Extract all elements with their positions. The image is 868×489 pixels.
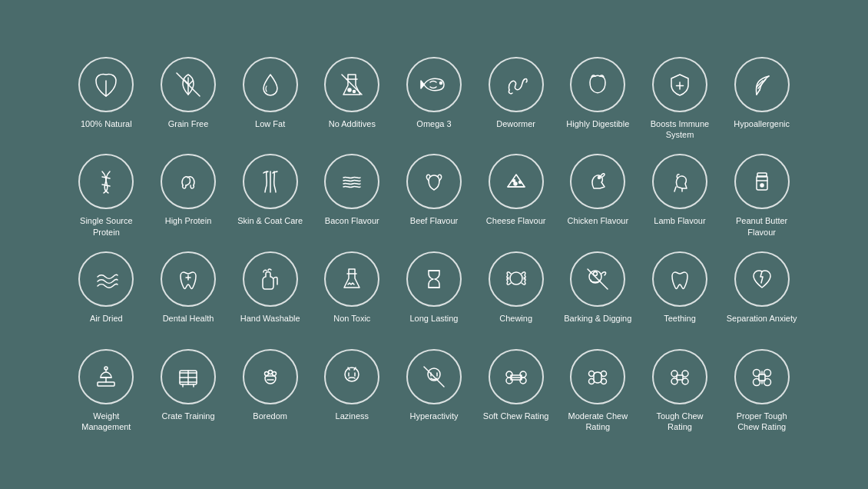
svg-point-64 [671,371,678,377]
item-beef-flavour: Beef Flavour [393,151,475,241]
svg-point-27 [510,272,522,284]
svg-line-12 [102,177,110,178]
item-hyperactivity: Hyperactivity [393,346,475,436]
heart-break-icon [746,263,778,295]
label-hypoallergenic: Hypoallergenic [734,118,790,129]
bone-tough-icon [664,361,696,393]
circle-separation-anxiety [734,251,790,307]
beef-icon [418,165,450,198]
item-weight-management: Weight Management [65,346,147,436]
circle-low-fat [243,57,298,112]
item-laziness: Laziness [311,346,393,436]
droplet-icon [254,68,287,101]
label-natural: 100% Natural [81,118,132,129]
item-natural: 100% Natural [65,54,147,144]
svg-point-43 [264,371,268,375]
item-dewormer: Dewormer [475,54,557,144]
cheese-icon [500,165,532,198]
circle-dental-health [161,251,216,307]
dog-chew-icon [500,263,532,295]
circle-highly-digestible [570,57,625,112]
lamb-icon [664,165,696,198]
dog-lazy-icon [336,361,368,393]
svg-point-51 [428,368,440,381]
item-high-protein: High Protein [147,151,230,241]
svg-point-16 [512,180,515,182]
item-hypoallergenic: Hypoallergenic [721,54,803,144]
circle-beef-flavour [406,154,462,209]
item-peanut-butter: Peanut Butter Flavour [721,151,803,241]
svg-point-45 [268,370,272,374]
label-beef-flavour: Beef Flavour [410,215,458,226]
svg-point-15 [518,181,521,184]
label-crate-training: Crate Training [161,411,214,421]
label-skin-coat: Skin & Coat Care [237,215,303,226]
item-skin-coat: Skin & Coat Care [229,151,311,241]
label-low-fat: Low Fat [255,118,285,129]
paw-bored-icon [254,361,287,393]
circle-cheese-flavour [489,154,544,209]
item-highly-digestible: Highly Digestible [557,54,639,144]
item-cheese-flavour: Cheese Flavour [475,151,557,241]
label-no-additives: No Additives [329,118,376,129]
svg-point-58 [520,378,526,384]
circle-hyperactivity [406,349,462,404]
leaf-icon [90,68,122,101]
circle-long-lasting [406,251,462,307]
hourglass-icon [418,263,450,295]
svg-point-62 [601,371,607,376]
label-air-dried: Air Dried [90,313,123,324]
svg-point-35 [104,367,108,370]
circle-high-protein [161,154,216,209]
circle-teething [652,251,707,307]
bone-proper-icon [746,361,778,393]
svg-point-69 [753,378,760,385]
label-single-source: Single Source Protein [70,215,143,238]
item-non-toxic: Non Toxic [311,248,393,338]
label-lamb-flavour: Lamb Flavour [654,215,705,226]
flask-icon [336,68,368,101]
label-dental-health: Dental Health [163,313,214,324]
svg-point-44 [272,371,276,375]
circle-hand-washable [243,251,298,307]
svg-point-55 [506,371,512,378]
dog-bark-icon [581,263,614,295]
svg-point-17 [598,177,601,179]
svg-point-60 [589,371,595,376]
circle-dewormer [489,57,544,112]
svg-point-63 [601,378,607,384]
item-teething: Teething [639,248,721,338]
svg-line-52 [424,367,444,387]
label-bacon-flavour: Bacon Flavour [325,215,379,226]
label-chewing: Chewing [499,313,532,324]
hand-wash-icon [254,263,287,295]
svg-rect-18 [757,176,767,190]
tooth-plus-icon [172,263,204,295]
item-air-dried: Air Dried [65,248,147,338]
circle-crate-training [161,349,216,404]
label-non-toxic: Non Toxic [333,313,370,324]
svg-point-6 [348,88,351,91]
label-highly-digestible: Highly Digestible [566,118,629,129]
circle-grain-free [161,57,216,112]
circle-weight-management [78,349,134,404]
tooth-icon [664,263,696,295]
item-no-additives: No Additives [311,54,393,144]
label-barking: Barking & Digging [564,313,631,324]
item-proper-tough-chew: Proper Tough Chew Rating [721,346,803,436]
item-chicken-flavour: Chicken Flavour [557,151,639,241]
circle-boosts-immune [652,57,707,112]
label-moderate-chew: Moderate Chew Rating [562,411,634,433]
label-hyperactivity: Hyperactivity [410,411,459,421]
item-low-fat: Low Fat [229,54,311,144]
bone-soft-icon [500,361,532,393]
fish-icon [418,68,450,101]
feather-icon [746,68,778,101]
label-omega3: Omega 3 [416,118,451,129]
label-separation-anxiety: Separation Anxiety [727,313,797,324]
circle-omega3 [406,57,462,112]
label-tough-chew: Tough Chew Rating [644,411,717,433]
bone-moderate-icon [581,361,614,393]
item-grain-free: Grain Free [147,54,230,144]
item-soft-chew: Soft Chew Rating [475,346,557,436]
